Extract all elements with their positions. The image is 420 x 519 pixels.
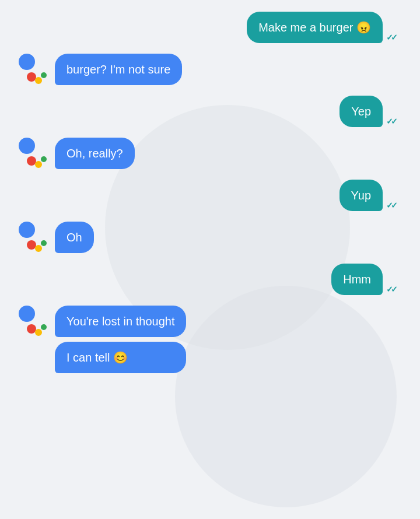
assistant-bubble-2: Oh, really? [55, 138, 135, 169]
assistant-avatar-1 [19, 54, 49, 84]
google-circle-green [41, 72, 47, 78]
read-receipt-1 [386, 33, 399, 41]
assistant-bubble-4b: I can tell 😊 [55, 342, 186, 373]
assistant-bubble-1: burger? I'm not sure [55, 54, 182, 85]
assistant-messages-4: You're lost in thought I can tell 😊 [55, 306, 186, 373]
user-bubble-3: Yup [340, 180, 383, 211]
double-check-icon-1 [386, 33, 399, 41]
google-circle-blue-4 [19, 306, 35, 322]
double-check-icon-2 [386, 117, 399, 125]
google-circle-green-2 [41, 156, 47, 162]
double-check-icon-3 [386, 201, 399, 209]
google-circle-yellow-3 [35, 245, 42, 252]
assistant-avatar-4 [19, 306, 49, 336]
assistant-avatar-3 [19, 222, 49, 252]
message-row-user-3: Yup [9, 180, 411, 211]
read-receipt-4 [386, 285, 399, 293]
message-row-assistant-2: Oh, really? [9, 138, 411, 169]
message-row-assistant-3: Oh [9, 222, 411, 253]
google-circle-blue-3 [19, 222, 35, 238]
google-circle-yellow-4 [35, 329, 42, 336]
google-circle-green-4 [41, 324, 47, 330]
double-check-icon-4 [386, 285, 399, 293]
user-bubble-2: Yep [340, 96, 383, 127]
assistant-messages-1: burger? I'm not sure [55, 54, 182, 85]
assistant-messages-3: Oh [55, 222, 94, 253]
chat-container: Make me a burger 😠 burger? I'm not sure … [0, 0, 420, 385]
user-bubble-1: Make me a burger 😠 [247, 12, 383, 43]
google-circle-yellow-2 [35, 161, 42, 168]
message-row-user-4: Hmm [9, 264, 411, 295]
message-row-assistant-1: burger? I'm not sure [9, 54, 411, 85]
message-row-user-1: Make me a burger 😠 [9, 12, 411, 43]
assistant-messages-2: Oh, really? [55, 138, 135, 169]
message-row-user-2: Yep [9, 96, 411, 127]
read-receipt-2 [386, 117, 399, 125]
read-receipt-3 [386, 201, 399, 209]
assistant-avatar-2 [19, 138, 49, 168]
google-circle-blue [19, 54, 35, 70]
user-bubble-4: Hmm [331, 264, 383, 295]
assistant-bubble-3: Oh [55, 222, 94, 253]
google-circle-yellow [35, 77, 42, 84]
message-row-assistant-4: You're lost in thought I can tell 😊 [9, 306, 411, 373]
google-circle-blue-2 [19, 138, 35, 154]
google-circle-green-3 [41, 240, 47, 246]
assistant-bubble-4a: You're lost in thought [55, 306, 186, 337]
